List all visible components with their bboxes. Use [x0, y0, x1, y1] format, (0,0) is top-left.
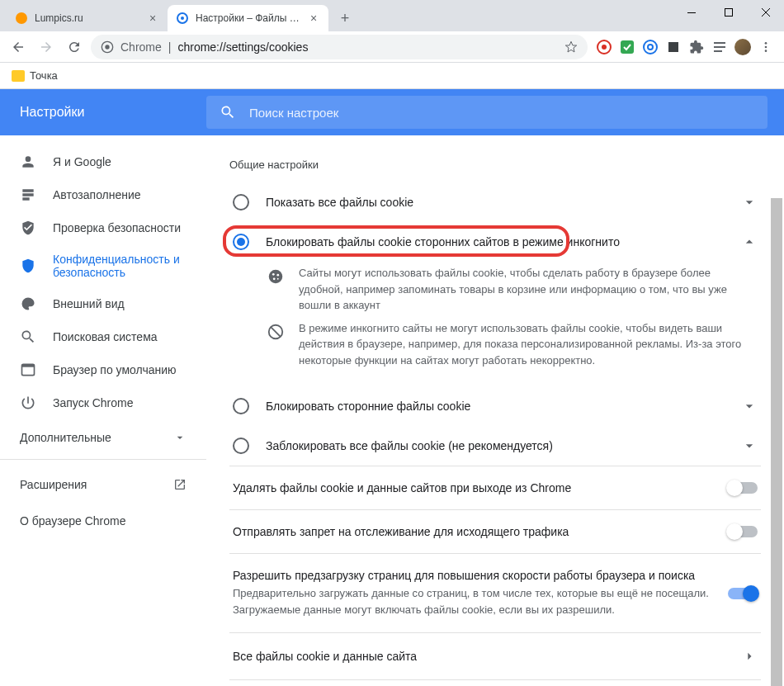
sidebar-more[interactable]: Дополнительные: [0, 419, 206, 452]
sidebar-extensions[interactable]: Расширения: [0, 466, 206, 503]
address-bar[interactable]: Chrome | chrome://settings/cookies: [91, 35, 588, 59]
svg-point-8: [602, 45, 607, 50]
toggle-preload[interactable]: Разрешить предзагрузку страниц для повыш…: [229, 554, 761, 632]
profile-avatar[interactable]: [734, 39, 751, 55]
tab-close-icon[interactable]: ×: [146, 12, 159, 25]
radio-show-all[interactable]: Показать все файлы cookie: [229, 182, 761, 222]
radio-block-third-party[interactable]: Блокировать сторонние файлы cookie: [229, 386, 761, 426]
settings-search[interactable]: [206, 96, 767, 129]
radio-block-incognito[interactable]: Блокировать файлы cookie сторонних сайто…: [229, 222, 761, 262]
back-button[interactable]: [7, 35, 30, 59]
sidebar-item-you-and-google[interactable]: Я и Google: [0, 145, 206, 178]
chevron-up-icon[interactable]: [741, 234, 758, 250]
radio-icon: [233, 438, 249, 454]
svg-rect-19: [22, 364, 35, 367]
svg-point-16: [765, 45, 767, 48]
link-label: Все файлы cookie и данные сайта: [233, 650, 728, 663]
shield-icon: [20, 258, 36, 274]
scrollbar-thumb[interactable]: [771, 198, 782, 686]
radio-label: Показать все файлы cookie: [266, 196, 725, 209]
ext-icon-2[interactable]: [619, 39, 635, 55]
sidebar-item-safety[interactable]: Проверка безопасности: [0, 211, 206, 244]
toggle-switch[interactable]: [728, 588, 758, 599]
power-icon: [20, 395, 36, 411]
sidebar-extensions-label: Расширения: [20, 478, 87, 491]
chevron-down-icon[interactable]: [741, 194, 758, 211]
section-title: Общие настройки: [229, 158, 761, 171]
toggle-label: Удалять файлы cookie и данные сайтов при…: [233, 481, 715, 494]
new-tab-button[interactable]: +: [333, 7, 357, 30]
chevron-down-icon: [173, 431, 187, 444]
svg-point-2: [181, 17, 184, 20]
tab-title: Настройки – Файлы cookie и др: [196, 12, 304, 24]
ext-icon-5[interactable]: [711, 39, 728, 55]
url-prefix: Chrome: [120, 40, 162, 54]
settings-main: Общие настройки Показать все файлы cooki…: [206, 89, 784, 686]
sidebar-about-label: О браузере Chrome: [20, 514, 126, 528]
svg-rect-9: [621, 40, 634, 54]
toggle-clear-on-exit[interactable]: Удалять файлы cookie и данные сайтов при…: [229, 466, 761, 509]
svg-point-6: [105, 45, 109, 49]
window-controls: [673, 0, 784, 25]
minimize-button[interactable]: [673, 0, 710, 25]
svg-rect-3: [687, 12, 696, 13]
sidebar-item-startup[interactable]: Запуск Chrome: [0, 386, 206, 419]
sidebar-label: Запуск Chrome: [53, 396, 133, 409]
svg-point-23: [273, 277, 276, 280]
palette-icon: [20, 296, 36, 312]
toggle-switch[interactable]: [728, 526, 758, 537]
star-icon[interactable]: [564, 40, 578, 54]
bookmark-item[interactable]: Точка: [30, 69, 58, 82]
svg-rect-4: [725, 9, 732, 17]
always-allow-row: Сайты, которые всегда могут использовать…: [229, 680, 761, 686]
shield-check-icon: [20, 220, 36, 236]
extensions-icon[interactable]: [688, 39, 705, 55]
desc-text: В режиме инкогнито сайты не могут исполь…: [299, 320, 758, 369]
cookie-icon: [266, 267, 286, 286]
sidebar-item-default-browser[interactable]: Браузер по умолчанию: [0, 353, 206, 386]
svg-rect-14: [714, 50, 722, 52]
chrome-origin-icon: [101, 40, 114, 54]
radio-icon: [233, 194, 249, 211]
close-button[interactable]: [747, 0, 784, 25]
maximize-button[interactable]: [710, 0, 747, 25]
sidebar-item-appearance[interactable]: Внешний вид: [0, 287, 206, 320]
svg-rect-12: [714, 42, 725, 44]
menu-icon[interactable]: [758, 39, 774, 55]
radio-block-all[interactable]: Заблокировать все файлы cookie (не реком…: [229, 426, 761, 466]
sidebar-label: Внешний вид: [53, 297, 125, 310]
browser-tab-1[interactable]: Настройки – Файлы cookie и др ×: [168, 5, 328, 31]
ext-icon-3[interactable]: [642, 39, 659, 55]
ext-icon-1[interactable]: [596, 39, 612, 55]
browser-tab-0[interactable]: Lumpics.ru ×: [7, 5, 168, 31]
svg-point-20: [269, 270, 283, 284]
reload-button[interactable]: [63, 35, 86, 59]
browser-icon: [20, 362, 36, 378]
svg-point-10: [644, 40, 657, 54]
radio-label: Заблокировать все файлы cookie (не реком…: [266, 439, 725, 452]
search-input[interactable]: [249, 106, 754, 120]
sidebar-label: Браузер по умолчанию: [53, 363, 177, 376]
chevron-down-icon[interactable]: [741, 438, 758, 454]
svg-point-11: [648, 45, 653, 50]
settings-gear-icon: [176, 12, 189, 25]
ext-icon-4[interactable]: [665, 39, 682, 55]
svg-point-15: [765, 42, 767, 45]
toggle-switch[interactable]: [728, 482, 758, 494]
forward-button[interactable]: [35, 35, 58, 59]
svg-point-17: [765, 50, 767, 52]
favicon: [15, 12, 28, 25]
toggle-do-not-track[interactable]: Отправлять запрет на отслеживание для ис…: [229, 510, 761, 553]
chevron-down-icon[interactable]: [741, 398, 758, 414]
all-cookies-link[interactable]: Все файлы cookie и данные сайта: [229, 633, 761, 679]
radio-icon: [233, 234, 249, 250]
radio-label: Блокировать файлы cookie сторонних сайто…: [266, 235, 725, 248]
url-path: chrome://settings/cookies: [177, 40, 308, 54]
sidebar-item-privacy[interactable]: Конфиденциальность и безопасность: [0, 244, 206, 287]
sidebar-item-autofill[interactable]: Автозаполнение: [0, 178, 206, 211]
sidebar-item-search[interactable]: Поисковая система: [0, 320, 206, 353]
svg-point-21: [272, 273, 275, 276]
tab-close-icon[interactable]: ×: [307, 12, 320, 25]
sidebar-label: Я и Google: [53, 155, 111, 168]
sidebar-about[interactable]: О браузере Chrome: [0, 503, 206, 539]
